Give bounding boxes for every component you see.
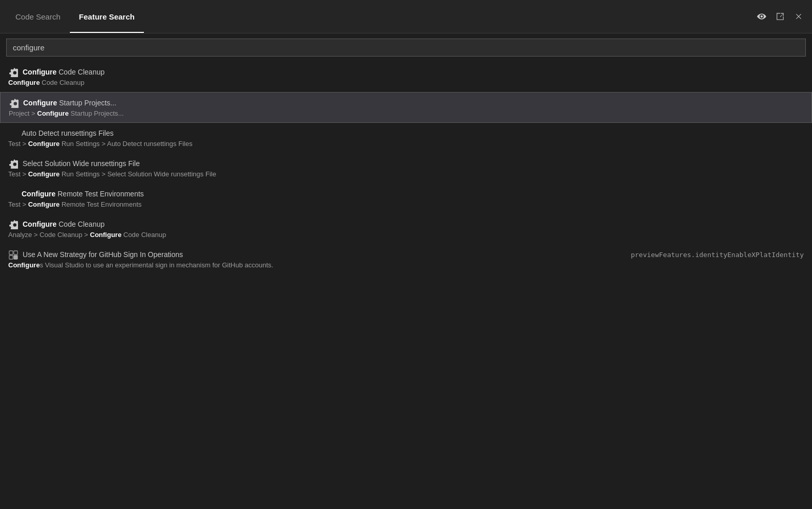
result-subtitle: Project > Configure Startup Projects... xyxy=(9,110,803,117)
result-title-text: Select Solution Wide runsettings File xyxy=(23,158,140,169)
tab-feature-search[interactable]: Feature Search xyxy=(70,0,144,33)
gear-icon xyxy=(8,67,19,78)
result-title-text: Auto Detect runsettings Files xyxy=(22,128,114,139)
svg-rect-3 xyxy=(14,255,17,259)
gear-icon xyxy=(9,98,19,108)
result-title: Use A New Strategy for GitHub Sign In Op… xyxy=(8,249,804,260)
result-subtitle: Test > Configure Remote Test Environment… xyxy=(8,201,804,208)
result-subtitle: Configures Visual Studio to use an exper… xyxy=(8,261,804,269)
svg-rect-0 xyxy=(9,250,13,254)
tab-code-search[interactable]: Code Search xyxy=(6,0,70,33)
feature-tag: previewFeatures.identityEnableXPlatIdent… xyxy=(631,250,804,260)
list-item[interactable]: Auto Detect runsettings Files Test > Con… xyxy=(0,123,812,153)
svg-rect-1 xyxy=(14,250,17,254)
list-item[interactable]: Use A New Strategy for GitHub Sign In Op… xyxy=(0,244,812,275)
list-item[interactable]: Configure Startup Projects... Project > … xyxy=(0,92,812,123)
title-bar-actions xyxy=(754,9,806,24)
tab-code-search-label: Code Search xyxy=(15,12,61,21)
close-icon xyxy=(795,12,803,21)
search-input[interactable] xyxy=(6,39,806,57)
result-title-text: Configure Code Cleanup xyxy=(23,219,105,230)
svg-rect-2 xyxy=(9,255,13,259)
close-button[interactable] xyxy=(791,9,806,24)
result-title: Auto Detect runsettings Files xyxy=(8,128,804,139)
popout-icon xyxy=(776,12,785,21)
result-title-text: Use A New Strategy for GitHub Sign In Op… xyxy=(23,249,183,260)
popout-button[interactable] xyxy=(773,9,787,24)
list-item[interactable]: Configure Code Cleanup Configure Code Cl… xyxy=(0,62,812,92)
result-title: Select Solution Wide runsettings File xyxy=(8,158,804,169)
result-title: Configure Code Cleanup xyxy=(8,67,804,78)
result-title: Configure Remote Test Environments xyxy=(8,189,804,199)
result-subtitle: Test > Configure Run Settings > Select S… xyxy=(8,170,804,178)
preview-button[interactable] xyxy=(754,9,769,24)
gear-icon xyxy=(8,220,19,230)
result-title-text: Configure Remote Test Environments xyxy=(22,189,144,199)
result-title-text: Configure Startup Projects... xyxy=(23,98,116,108)
result-subtitle: Analyze > Code Cleanup > Configure Code … xyxy=(8,231,804,239)
list-item[interactable]: Select Solution Wide runsettings File Te… xyxy=(0,153,812,184)
result-subtitle: Configure Code Cleanup xyxy=(8,79,804,86)
title-bar: Code Search Feature Search xyxy=(0,0,812,33)
gear-icon xyxy=(8,159,19,169)
tab-feature-search-label: Feature Search xyxy=(79,12,135,21)
result-title: Configure Code Cleanup xyxy=(8,219,804,230)
list-item[interactable]: Configure Remote Test Environments Test … xyxy=(0,184,812,214)
results-list: Configure Code Cleanup Configure Code Cl… xyxy=(0,62,812,275)
result-title: Configure Startup Projects... xyxy=(9,98,803,108)
result-subtitle: Test > Configure Run Settings > Auto Det… xyxy=(8,140,804,148)
result-title-text: Configure Code Cleanup xyxy=(23,67,105,78)
github-icon xyxy=(8,250,19,260)
list-item[interactable]: Configure Code Cleanup Analyze > Code Cl… xyxy=(0,214,812,244)
search-container xyxy=(0,33,812,62)
eye-icon xyxy=(757,12,766,21)
